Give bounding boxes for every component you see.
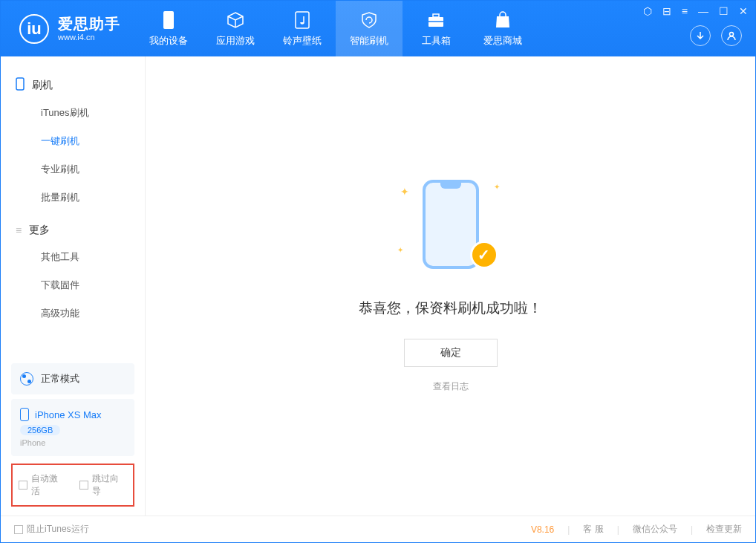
shopping-bag-icon	[493, 10, 512, 30]
tab-store[interactable]: 爱思商城	[469, 1, 536, 56]
sidebar-header-more: ≡ 更多	[1, 218, 145, 243]
maximize-button[interactable]: ☐	[719, 5, 729, 17]
view-log-link[interactable]: 查看日志	[433, 380, 469, 393]
svg-point-5	[730, 33, 734, 36]
list-icon: ≡	[16, 224, 22, 236]
checkbox-label: 自动激活	[31, 472, 66, 498]
ok-button[interactable]: 确定	[404, 339, 498, 367]
sparkle-icon: ✦	[494, 183, 500, 191]
sidebar-header-label: 更多	[29, 224, 50, 237]
phone-outline-icon	[16, 77, 25, 93]
minimize-button[interactable]: —	[698, 5, 708, 17]
titlebar: iu 爱思助手 www.i4.cn 我的设备 应用游戏 铃声壁纸 智能刷机	[1, 1, 755, 56]
body: 刷机 iTunes刷机 一键刷机 专业刷机 批量刷机 ≡ 更多 其他工具 下载固…	[1, 56, 755, 516]
sidebar-item-pro-flash[interactable]: 专业刷机	[1, 155, 145, 183]
checkbox-box	[14, 525, 23, 534]
toolbox-icon	[426, 10, 446, 30]
storage-badge: 256GB	[20, 425, 60, 435]
mode-label: 正常模式	[41, 372, 79, 386]
device-card[interactable]: iPhone XS Max 256GB iPhone	[11, 399, 134, 456]
tab-label: 应用游戏	[216, 34, 255, 48]
checkbox-label: 阻止iTunes运行	[27, 523, 89, 536]
svg-rect-1	[296, 12, 309, 28]
checkbox-label: 跳过向导	[92, 472, 127, 498]
tab-label: 工具箱	[422, 34, 451, 48]
download-button[interactable]	[690, 25, 711, 46]
separator: |	[617, 524, 619, 535]
user-button[interactable]	[721, 25, 742, 46]
sparkle-icon: ✦	[397, 246, 403, 254]
checkbox-auto-activate[interactable]: 自动激活	[19, 472, 66, 498]
tab-label: 我的设备	[149, 34, 188, 48]
normal-mode-icon	[20, 372, 33, 386]
refresh-shield-icon	[359, 10, 379, 30]
sidebar: 刷机 iTunes刷机 一键刷机 专业刷机 批量刷机 ≡ 更多 其他工具 下载固…	[1, 56, 146, 516]
tab-apps-games[interactable]: 应用游戏	[202, 1, 269, 56]
version-label: V8.16	[531, 524, 554, 535]
main-tabs: 我的设备 应用游戏 铃声壁纸 智能刷机 工具箱 爱思商城	[135, 1, 536, 56]
sidebar-item-batch-flash[interactable]: 批量刷机	[1, 183, 145, 212]
checkbox-block-itunes[interactable]: 阻止iTunes运行	[14, 523, 89, 536]
check-update-link[interactable]: 检查更新	[706, 523, 742, 536]
sidebar-item-oneclick-flash[interactable]: 一键刷机	[1, 127, 145, 155]
tab-label: 智能刷机	[350, 34, 388, 48]
mode-card[interactable]: 正常模式	[11, 363, 134, 394]
support-link[interactable]: 客 服	[583, 523, 603, 536]
flash-options-row: 自动激活 跳过向导	[11, 464, 134, 507]
logo-icon: iu	[19, 14, 49, 44]
device-type-label: iPhone	[20, 438, 126, 447]
tab-my-device[interactable]: 我的设备	[135, 1, 202, 56]
checkmark-badge-icon: ✓	[470, 241, 498, 269]
main-content: ✦ ✦ ✦ ✓ 恭喜您，保资料刷机成功啦！ 确定 查看日志	[146, 56, 755, 516]
header-right-buttons	[690, 25, 742, 46]
svg-rect-6	[16, 78, 24, 90]
tab-toolbox[interactable]: 工具箱	[403, 1, 469, 56]
logo-area: iu 爱思助手 www.i4.cn	[1, 14, 135, 44]
separator: |	[691, 524, 693, 535]
svg-rect-3	[433, 14, 439, 17]
checkbox-skip-guide[interactable]: 跳过向导	[79, 472, 127, 498]
sidebar-header-label: 刷机	[32, 79, 53, 92]
app-window: iu 爱思助手 www.i4.cn 我的设备 应用游戏 铃声壁纸 智能刷机	[0, 0, 756, 543]
checkbox-box	[19, 481, 27, 490]
separator: |	[567, 524, 570, 535]
tab-ringtones[interactable]: 铃声壁纸	[269, 1, 336, 56]
device-name-label: iPhone XS Max	[35, 409, 102, 420]
svg-rect-0	[163, 11, 174, 29]
shirt-icon[interactable]: ⬡	[643, 5, 652, 17]
device-icon	[159, 10, 178, 30]
music-doc-icon	[293, 10, 312, 30]
sparkle-icon: ✦	[400, 186, 409, 198]
close-button[interactable]: ✕	[739, 5, 748, 17]
sidebar-header-flash: 刷机	[1, 71, 145, 99]
success-illustration: ✦ ✦ ✦ ✓	[399, 180, 503, 276]
window-controls: ⬡ ⊟ ≡ — ☐ ✕	[643, 5, 748, 17]
checkbox-box	[79, 481, 88, 490]
app-title: 爱思助手	[58, 15, 120, 33]
sidebar-item-other-tools[interactable]: 其他工具	[1, 243, 145, 271]
app-subtitle: www.i4.cn	[58, 33, 120, 42]
wechat-link[interactable]: 微信公众号	[633, 523, 677, 536]
sidebar-item-advanced[interactable]: 高级功能	[1, 299, 145, 328]
menu-icon[interactable]: ≡	[682, 5, 688, 17]
tab-label: 爱思商城	[483, 34, 522, 48]
statusbar: 阻止iTunes运行 V8.16 | 客 服 | 微信公众号 | 检查更新	[1, 516, 755, 542]
sidebar-item-itunes-flash[interactable]: iTunes刷机	[1, 99, 145, 127]
tab-smart-flash[interactable]: 智能刷机	[336, 1, 403, 56]
success-message: 恭喜您，保资料刷机成功啦！	[359, 299, 542, 318]
tab-label: 铃声壁纸	[283, 34, 322, 48]
notch	[440, 183, 461, 189]
phone-mini-icon	[20, 408, 29, 421]
cube-icon	[226, 10, 245, 30]
sidebar-item-firmware[interactable]: 下载固件	[1, 271, 145, 299]
lock-icon[interactable]: ⊟	[662, 5, 671, 17]
